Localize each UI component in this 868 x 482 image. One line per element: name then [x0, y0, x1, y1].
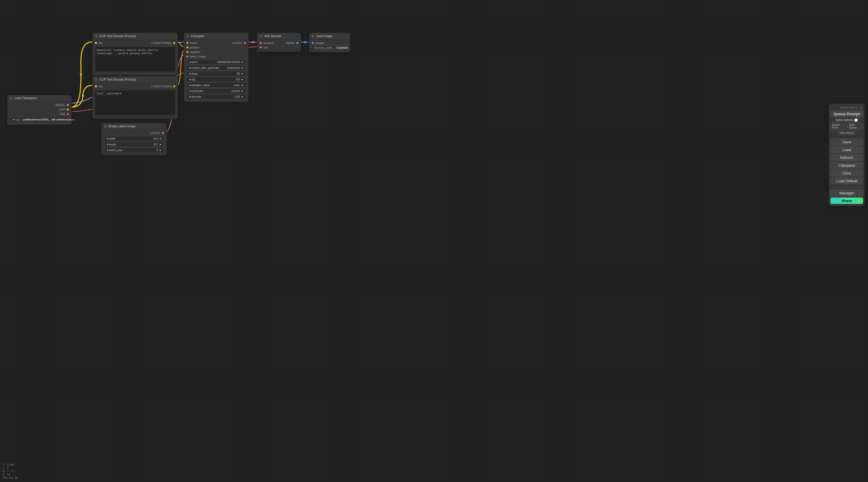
- view-queue-button[interactable]: View Queue: [847, 123, 863, 130]
- arrow-left-icon[interactable]: ◀: [188, 84, 191, 86]
- control-panel[interactable]: ⋮⋮ Queue size: 0 Queue Prompt Extra opti…: [829, 103, 865, 206]
- collapse-dot-icon[interactable]: [10, 97, 12, 99]
- port-icon[interactable]: [173, 42, 175, 44]
- view-history-button[interactable]: View History: [838, 131, 856, 135]
- arrow-left-icon[interactable]: ◀: [188, 78, 191, 81]
- node-vae-decode[interactable]: VAE Decode samples IMAGE vae: [257, 33, 301, 52]
- port-icon[interactable]: [95, 85, 97, 87]
- arrow-right-icon[interactable]: ▶: [241, 61, 244, 63]
- control-after-generate-widget[interactable]: ◀control_after_generaterandomize▶: [186, 65, 246, 70]
- arrow-right-icon[interactable]: ▶: [159, 143, 162, 146]
- input-latent: latent_image: [190, 55, 206, 58]
- height-widget[interactable]: ◀height512▶: [104, 142, 164, 147]
- port-icon[interactable]: [312, 42, 314, 44]
- batch-widget[interactable]: ◀batch_size1▶: [104, 148, 164, 153]
- arrow-left-icon[interactable]: ◀: [188, 90, 191, 92]
- arrow-left-icon[interactable]: ◀: [188, 95, 191, 98]
- arrow-right-icon[interactable]: ▶: [241, 95, 244, 98]
- output-conditioning: CONDITIONING: [151, 41, 172, 44]
- port-icon[interactable]: [95, 42, 97, 44]
- denoise-widget[interactable]: ◀denoise1.00▶: [186, 94, 246, 99]
- collapse-dot-icon[interactable]: [260, 35, 262, 37]
- clipspace-button[interactable]: Clipspace: [830, 162, 863, 169]
- width-widget[interactable]: ◀width512▶: [104, 136, 164, 141]
- extra-options-toggle[interactable]: Extra options: [830, 118, 863, 122]
- node-header[interactable]: CLIP Text Encode (Prompt): [92, 76, 178, 83]
- port-icon[interactable]: [186, 51, 188, 53]
- share-button[interactable]: Share: [830, 197, 863, 204]
- arrow-left-icon[interactable]: ◀: [188, 67, 191, 69]
- node-ksampler[interactable]: KSampler model LATENT positive negative …: [184, 33, 249, 102]
- steps-widget[interactable]: ◀steps20▶: [186, 71, 246, 76]
- arrow-right-icon[interactable]: ▶: [72, 118, 75, 121]
- load-button[interactable]: Load: [830, 147, 863, 153]
- arrow-right-icon[interactable]: ▶: [159, 137, 162, 140]
- node-save-image[interactable]: Save Image images filename_prefix ComfyU…: [309, 33, 350, 53]
- prompt-textarea[interactable]: text, watermark: [95, 90, 175, 115]
- arrow-left-icon[interactable]: ◀: [11, 118, 15, 121]
- port-icon[interactable]: [260, 46, 262, 49]
- output-latent: LATENT: [232, 41, 242, 44]
- clear-button[interactable]: Clear: [830, 170, 863, 176]
- arrow-left-icon[interactable]: ◀: [106, 137, 109, 140]
- svg-point-1: [304, 41, 306, 43]
- arrow-left-icon[interactable]: ◀: [188, 72, 191, 75]
- arrow-left-icon[interactable]: ◀: [106, 143, 109, 146]
- seed-widget[interactable]: ◀seed156680208700286▶: [186, 60, 246, 65]
- gear-icon[interactable]: [859, 106, 862, 109]
- collapse-dot-icon[interactable]: [95, 35, 97, 37]
- input-images: images: [315, 41, 324, 44]
- svg-point-0: [252, 41, 254, 43]
- node-header[interactable]: KSampler: [184, 33, 248, 40]
- port-icon[interactable]: [297, 42, 299, 44]
- port-icon[interactable]: [244, 42, 246, 44]
- node-empty-latent[interactable]: Empty Latent Image LATENT ◀width512▶ ◀he…: [101, 123, 167, 156]
- scheduler-widget[interactable]: ◀schedulernormal▶: [186, 88, 246, 93]
- collapse-dot-icon[interactable]: [104, 125, 106, 128]
- filename-prefix-widget[interactable]: filename_prefix ComfyUI: [309, 45, 350, 50]
- refresh-button[interactable]: Refresh: [830, 154, 863, 161]
- grip-icon: ⋮⋮: [831, 106, 838, 109]
- cfg-widget[interactable]: ◀cfg8.0▶: [186, 77, 246, 82]
- arrow-right-icon[interactable]: ▶: [241, 84, 244, 86]
- panel-drag-handle[interactable]: ⋮⋮ Queue size: 0: [830, 106, 863, 109]
- node-clip-encode-negative[interactable]: CLIP Text Encode (Prompt) clip CONDITION…: [92, 76, 178, 119]
- queue-prompt-button[interactable]: Queue Prompt: [830, 110, 863, 117]
- port-icon[interactable]: [162, 132, 164, 134]
- node-load-checkpoint[interactable]: Load Checkpoint MODEL CLIP VAE ◀ ckpt_La…: [7, 95, 71, 125]
- port-icon[interactable]: [260, 42, 262, 44]
- node-header[interactable]: Load Checkpoint: [7, 95, 71, 102]
- port-icon[interactable]: [67, 108, 69, 110]
- node-header[interactable]: Empty Latent Image: [101, 123, 166, 130]
- node-header[interactable]: CLIP Text Encode (Prompt): [92, 33, 178, 40]
- prompt-textarea[interactable]: beautiful scenery nature glass bottle la…: [95, 47, 175, 72]
- port-icon[interactable]: [186, 56, 188, 58]
- arrow-left-icon[interactable]: ◀: [188, 61, 191, 63]
- node-title: KSampler: [191, 34, 204, 38]
- arrow-right-icon[interactable]: ▶: [241, 90, 244, 92]
- port-icon[interactable]: [186, 46, 188, 49]
- stats-overlay: T: 0.00s I: 0 N: 7 [7] V: 14 FPS:131.58: [2, 463, 18, 480]
- save-button[interactable]: Save: [830, 138, 863, 146]
- queue-front-button[interactable]: Queue Front: [830, 123, 846, 130]
- node-header[interactable]: VAE Decode: [257, 33, 301, 40]
- ckpt-selector[interactable]: ◀ ckpt_LahMysteriousSDXL_v40.safetensors…: [10, 117, 69, 122]
- node-clip-encode-positive[interactable]: CLIP Text Encode (Prompt) clip CONDITION…: [92, 33, 178, 75]
- port-icon[interactable]: [173, 85, 175, 87]
- collapse-dot-icon[interactable]: [186, 35, 189, 37]
- arrow-right-icon[interactable]: ▶: [241, 72, 244, 75]
- collapse-dot-icon[interactable]: [95, 78, 97, 81]
- sampler-widget[interactable]: ◀sampler_nameeuler▶: [186, 83, 246, 88]
- port-icon[interactable]: [67, 113, 69, 115]
- collapse-dot-icon[interactable]: [312, 35, 314, 37]
- port-icon[interactable]: [186, 42, 188, 44]
- port-icon[interactable]: [67, 104, 69, 106]
- extra-options-checkbox[interactable]: [855, 119, 858, 122]
- arrow-right-icon[interactable]: ▶: [159, 149, 162, 151]
- load-default-button[interactable]: Load Default: [830, 178, 863, 184]
- manager-button[interactable]: Manager: [830, 190, 863, 196]
- arrow-right-icon[interactable]: ▶: [241, 67, 244, 69]
- node-header[interactable]: Save Image: [309, 33, 350, 40]
- arrow-right-icon[interactable]: ▶: [241, 78, 244, 81]
- arrow-left-icon[interactable]: ◀: [106, 149, 109, 151]
